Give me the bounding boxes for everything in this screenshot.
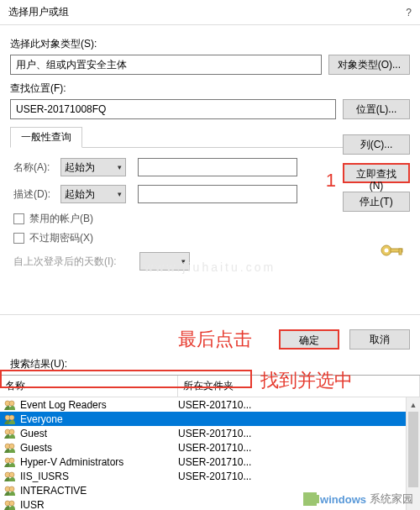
tab-general-query[interactable]: 一般性查询 <box>10 127 82 148</box>
list-item[interactable]: GuestUSER-201710... <box>0 426 420 440</box>
non-expiring-pwd-checkbox[interactable] <box>13 233 24 244</box>
group-icon <box>3 471 17 482</box>
group-icon <box>3 413 17 425</box>
listview-body: Event Log ReadersUSER-201710...EveryoneG… <box>0 397 420 510</box>
list-item-folder: USER-201710... <box>178 399 420 411</box>
listview-header: 名称 所在文件夹 <box>0 376 420 397</box>
group-icon <box>3 399 17 411</box>
list-item[interactable]: INTERACTIVE <box>0 483 420 497</box>
desc-input[interactable] <box>138 185 297 203</box>
desc-field-label: 描述(D): <box>13 187 60 202</box>
name-input[interactable] <box>138 158 297 176</box>
list-item-name: IUSR <box>3 499 178 511</box>
list-item[interactable]: Event Log ReadersUSER-201710... <box>0 397 420 412</box>
dialog-footer: 最后点击 确定 取消 <box>0 322 420 357</box>
group-icon <box>3 442 17 454</box>
columns-button[interactable]: 列(C)... <box>343 134 410 155</box>
divider <box>0 314 420 315</box>
help-button[interactable]: ? <box>406 7 412 18</box>
days-since-login-label: 自上次登录后的天数(I): <box>13 255 139 269</box>
disabled-accounts-checkbox[interactable] <box>13 213 24 224</box>
location-label: 查找位置(F): <box>10 81 410 96</box>
chevron-down-icon: ▾ <box>118 163 122 171</box>
locations-button[interactable]: 位置(L)... <box>343 99 410 119</box>
results-listview: 名称 所在文件夹 Event Log ReadersUSER-201710...… <box>0 375 420 510</box>
annotation-last-click: 最后点击 <box>178 327 252 352</box>
days-since-login-combo: ▾ <box>139 252 190 271</box>
list-item-name: Guests <box>3 442 178 454</box>
right-button-column: 列(C)... 立即查找(N) 停止(T) <box>343 134 410 212</box>
scrollbar-thumb[interactable] <box>408 412 418 487</box>
list-item-name: Everyone <box>3 413 178 425</box>
vertical-scrollbar[interactable]: ▲ ▼ <box>406 397 420 510</box>
svg-point-13 <box>9 458 14 463</box>
list-item-name: Hyper-V Administrators <box>3 456 178 468</box>
column-header-name[interactable]: 名称 <box>0 376 178 397</box>
name-field-label: 名称(A): <box>13 160 60 175</box>
svg-point-19 <box>9 501 14 506</box>
object-type-label: 选择此对象类型(S): <box>10 37 410 51</box>
svg-point-11 <box>9 444 14 449</box>
list-item[interactable]: GuestsUSER-201710... <box>0 440 420 455</box>
column-header-folder[interactable]: 所在文件夹 <box>178 376 420 397</box>
find-now-button[interactable]: 立即查找(N) <box>343 163 410 183</box>
group-icon <box>3 428 17 439</box>
window-title: 选择用户或组 <box>8 5 69 19</box>
scroll-up-button[interactable]: ▲ <box>407 397 420 412</box>
svg-point-15 <box>9 472 14 477</box>
list-item[interactable]: IUSR <box>0 497 420 510</box>
svg-point-1 <box>385 249 389 253</box>
disabled-accounts-label: 禁用的帐户(B) <box>29 212 93 226</box>
list-item-name: Event Log Readers <box>3 399 178 411</box>
object-types-button[interactable]: 对象类型(O)... <box>328 55 410 75</box>
titlebar: 选择用户或组 ? <box>0 0 420 25</box>
chevron-down-icon: ▾ <box>118 190 122 198</box>
object-type-input[interactable] <box>10 55 322 75</box>
list-item[interactable]: Everyone <box>0 412 420 426</box>
annotation-step-1: 1 <box>326 170 336 192</box>
group-icon <box>3 499 17 511</box>
non-expiring-pwd-label: 不过期密码(X) <box>29 231 93 245</box>
key-icon[interactable] <box>380 242 405 259</box>
svg-point-7 <box>9 415 14 420</box>
svg-point-9 <box>9 429 14 434</box>
list-item-folder: USER-201710... <box>178 471 420 482</box>
group-icon <box>3 456 17 468</box>
svg-point-5 <box>9 401 14 406</box>
list-item-name: Guest <box>3 428 178 439</box>
chevron-down-icon: ▾ <box>181 257 186 266</box>
scrollbar-track[interactable] <box>407 412 420 510</box>
cancel-button[interactable]: 取消 <box>349 329 410 350</box>
list-item-name: IIS_IUSRS <box>3 471 178 482</box>
name-match-combo[interactable]: 起始为▾ <box>60 158 126 176</box>
list-item-name: INTERACTIVE <box>3 485 178 497</box>
list-item[interactable]: Hyper-V AdministratorsUSER-201710... <box>0 455 420 469</box>
list-item[interactable]: IIS_IUSRSUSER-201710... <box>0 469 420 483</box>
list-item-folder: USER-201710... <box>178 428 420 439</box>
desc-match-combo[interactable]: 起始为▾ <box>60 185 126 203</box>
list-item-folder: USER-201710... <box>178 442 420 454</box>
stop-button[interactable]: 停止(T) <box>343 192 410 212</box>
search-results-label: 搜索结果(U): <box>0 357 420 375</box>
list-item-folder: USER-201710... <box>178 456 420 468</box>
ok-button[interactable]: 确定 <box>279 329 339 350</box>
group-icon <box>3 485 17 497</box>
svg-rect-3 <box>399 249 402 255</box>
svg-point-17 <box>9 486 14 492</box>
location-input[interactable] <box>10 99 336 119</box>
